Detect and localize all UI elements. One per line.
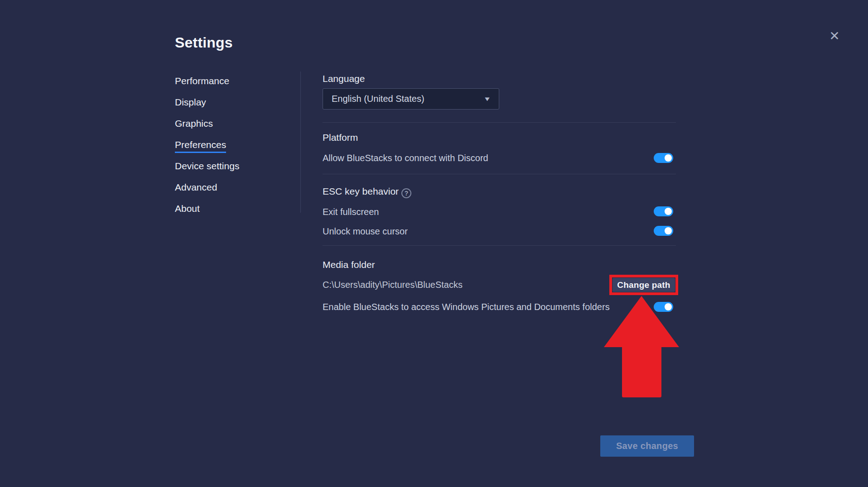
exit-fullscreen-toggle[interactable] (654, 206, 673, 216)
media-access-label: Enable BlueStacks to access Windows Pict… (323, 302, 610, 312)
toggle-knob (665, 208, 672, 215)
change-path-button[interactable]: Change path (612, 278, 675, 292)
discord-label: Allow BlueStacks to connect with Discord (323, 153, 488, 163)
save-changes-button[interactable]: Save changes (600, 435, 694, 457)
media-folder-path: C:\Users\adity\Pictures\BlueStacks (323, 280, 463, 290)
sidebar-divider (300, 72, 301, 213)
language-label: Language (323, 74, 365, 84)
unlock-mouse-cursor-toggle[interactable] (654, 226, 673, 236)
sidebar-item-preferences[interactable]: Preferences (175, 140, 293, 150)
sidebar-item-about[interactable]: About (175, 204, 293, 214)
close-icon[interactable]: ✕ (825, 26, 844, 46)
help-icon[interactable]: ? (401, 188, 411, 198)
sidebar-item-performance[interactable]: Performance (175, 76, 293, 86)
esc-key-heading: ESC key behavior (323, 186, 399, 196)
exit-fullscreen-label: Exit fullscreen (323, 207, 379, 217)
sidebar-item-display[interactable]: Display (175, 97, 293, 107)
sidebar-item-graphics[interactable]: Graphics (175, 119, 293, 129)
settings-dialog: Settings ✕ Performance Display Graphics … (0, 0, 868, 487)
sidebar-item-advanced[interactable]: Advanced (175, 182, 293, 192)
toggle-knob (665, 227, 672, 234)
divider (323, 174, 676, 174)
language-dropdown[interactable]: English (United States) ▼ (323, 88, 499, 110)
language-dropdown-value: English (United States) (332, 94, 484, 104)
media-folder-heading: Media folder (323, 260, 375, 270)
annotation-arrow-up-icon (604, 296, 679, 347)
chevron-down-icon: ▼ (483, 95, 491, 102)
divider (323, 245, 676, 246)
platform-heading: Platform (323, 133, 358, 143)
sidebar-item-device-settings[interactable]: Device settings (175, 161, 293, 171)
sidebar: Performance Display Graphics Preferences… (175, 76, 293, 225)
toggle-knob (665, 154, 672, 162)
divider (323, 122, 676, 123)
annotation-arrow-shaft (622, 346, 661, 397)
page-title: Settings (175, 34, 233, 51)
unlock-mouse-cursor-label: Unlock mouse cursor (323, 227, 408, 236)
discord-toggle[interactable] (654, 153, 673, 163)
